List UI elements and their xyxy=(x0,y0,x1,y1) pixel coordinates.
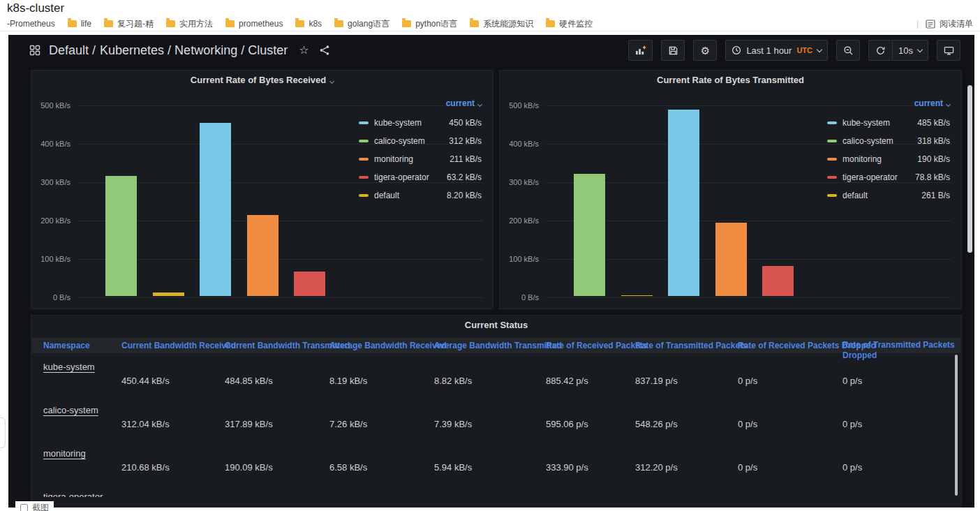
bookmark-item[interactable]: -Prometheus xyxy=(7,19,55,29)
bookmark-item[interactable]: 硬件监控 xyxy=(546,18,593,30)
bookmark-label: 复习题-精 xyxy=(117,18,154,30)
timezone-label: UTC xyxy=(796,46,812,54)
column-header[interactable]: Average Bandwidth Received xyxy=(329,341,447,350)
legend-swatch xyxy=(827,176,837,179)
bookmark-label: python语言 xyxy=(415,18,457,30)
star-icon[interactable]: ☆ xyxy=(299,45,309,56)
screenshot-icon xyxy=(20,504,28,511)
refresh-interval-dropdown[interactable]: 10s xyxy=(892,40,928,61)
chevron-down-icon xyxy=(477,102,482,107)
legend-item: calico-system318 kB/s xyxy=(827,132,950,150)
chevron-down-icon xyxy=(329,79,334,84)
table-cell: 885.42 p/s xyxy=(546,376,588,386)
legend-series-name[interactable]: default xyxy=(842,191,868,200)
dashboard-navbar: Default / Kubernetes / Networking / Clus… xyxy=(8,35,974,66)
legend-series-value: 8.20 kB/s xyxy=(447,191,482,200)
bar-calico-system xyxy=(574,174,605,296)
share-icon[interactable] xyxy=(319,45,330,56)
namespace-link[interactable]: monitoring xyxy=(43,448,86,459)
legend-series-name[interactable]: monitoring xyxy=(842,154,882,164)
bookmark-item[interactable]: golang语言 xyxy=(334,18,389,30)
legend-swatch xyxy=(827,194,837,197)
column-header[interactable]: Rate of Received Packets xyxy=(546,341,647,350)
panel-bytes-transmitted: Current Rate of Bytes Transmitted 500 kB… xyxy=(499,70,962,309)
column-header[interactable]: Rate of Transmitted Packets xyxy=(635,341,748,350)
legend-series-name[interactable]: calico-system xyxy=(842,136,893,146)
bookmark-label: life xyxy=(81,19,91,29)
legend-series-name[interactable]: monitoring xyxy=(374,154,413,164)
legend-series-value: 211 kB/s xyxy=(450,154,482,164)
legend-item: default261 B/s xyxy=(827,186,950,205)
legend-series-name[interactable]: kube-system xyxy=(374,118,422,128)
column-header[interactable]: Namespace xyxy=(43,341,90,350)
y-axis-tick: 0 B/s xyxy=(31,292,70,302)
add-panel-button[interactable] xyxy=(628,40,653,61)
dashboard-settings-button[interactable]: ⚙ xyxy=(693,40,717,61)
breadcrumb-folder[interactable]: Default / xyxy=(49,43,96,58)
bookmark-item[interactable]: prometheus xyxy=(225,19,283,29)
table-cell: 837.19 p/s xyxy=(635,376,678,386)
reading-list-button[interactable]: 阅读清单 xyxy=(926,18,973,30)
panel-title-menu[interactable]: Current Rate of Bytes Transmitted xyxy=(500,75,961,85)
namespace-link[interactable]: calico-system xyxy=(43,405,98,415)
table-row: tigera-operator xyxy=(32,486,953,497)
save-dashboard-button[interactable] xyxy=(661,40,685,61)
table-cell: 548.26 p/s xyxy=(635,419,678,429)
side-handle[interactable] xyxy=(0,417,6,448)
reading-list-label: 阅读清单 xyxy=(940,18,973,30)
namespace-link[interactable]: tigera-operator xyxy=(43,491,103,497)
bookmark-item[interactable]: life xyxy=(68,19,91,29)
legend-sort-header[interactable]: current xyxy=(359,98,482,108)
bookmark-item[interactable]: k8s xyxy=(295,19,322,29)
table-row: monitoring210.68 kB/s190.09 kB/s6.58 kB/… xyxy=(32,443,953,486)
table-cell: 5.94 kB/s xyxy=(434,462,472,473)
reading-list-icon xyxy=(926,20,935,29)
legend-sort-header[interactable]: current xyxy=(827,98,950,108)
breadcrumb-dashboard-title[interactable]: Kubernetes / Networking / Cluster xyxy=(100,43,288,58)
bookmark-item[interactable]: 系统能源知识 xyxy=(470,18,533,30)
legend-series-name[interactable]: tigera-operator xyxy=(374,172,429,182)
legend-item: calico-system312 kB/s xyxy=(359,132,482,150)
dashboard-scrollbar[interactable] xyxy=(967,85,972,253)
legend-series-name[interactable]: calico-system xyxy=(374,136,425,146)
bookmark-item[interactable]: 实用方法 xyxy=(166,18,213,30)
page-title: k8s-cluster xyxy=(7,1,64,15)
panel-title-menu[interactable]: Current Rate of Bytes Received xyxy=(31,75,493,85)
zoom-out-button[interactable] xyxy=(836,40,860,61)
legend-swatch xyxy=(359,194,369,197)
legend-series-name[interactable]: kube-system xyxy=(842,118,890,128)
dashboards-grid-icon[interactable] xyxy=(29,45,40,56)
namespace-link[interactable]: kube-system xyxy=(43,362,95,372)
monitor-icon xyxy=(944,45,954,56)
table-cell: 0 p/s xyxy=(738,462,757,473)
column-header[interactable]: Average Bandwidth Transmitted xyxy=(434,341,562,350)
table-cell: 7.26 kB/s xyxy=(329,419,367,429)
legend-swatch xyxy=(359,140,369,142)
table-scrollbar[interactable] xyxy=(955,355,958,496)
legend-series-name[interactable]: default xyxy=(374,191,399,200)
legend-series-name[interactable]: tigera-operator xyxy=(842,172,898,182)
bookmark-label: 硬件监控 xyxy=(559,18,593,30)
table-cell: 0 p/s xyxy=(842,419,862,429)
bookmark-item[interactable]: 复习题-精 xyxy=(104,18,154,30)
legend-item: monitoring211 kB/s xyxy=(359,150,482,168)
panel-title[interactable]: Current Status xyxy=(31,320,961,330)
bookmark-item[interactable]: python语言 xyxy=(402,18,457,30)
column-header[interactable]: Current Bandwidth Received xyxy=(121,341,236,350)
time-range-label: Last 1 hour xyxy=(746,45,792,56)
legend-item: monitoring190 kB/s xyxy=(827,150,950,168)
bar-tigera-operator xyxy=(294,272,325,296)
refresh-button[interactable] xyxy=(868,40,892,61)
time-range-picker[interactable]: Last 1 hour UTC xyxy=(725,40,828,61)
table-cell: 6.58 kB/s xyxy=(329,462,367,473)
legend-series-value: 261 B/s xyxy=(921,191,950,200)
y-gridline xyxy=(546,297,951,298)
bookmark-label: prometheus xyxy=(239,19,283,29)
legend-series-value: 63.2 kB/s xyxy=(447,172,482,182)
folder-icon xyxy=(68,20,77,27)
folder-icon xyxy=(225,20,235,27)
table-cell: 8.19 kB/s xyxy=(329,376,367,386)
refresh-interval-label: 10s xyxy=(898,45,913,56)
legend-series-value: 190 kB/s xyxy=(917,154,950,164)
tv-mode-button[interactable] xyxy=(937,40,960,61)
